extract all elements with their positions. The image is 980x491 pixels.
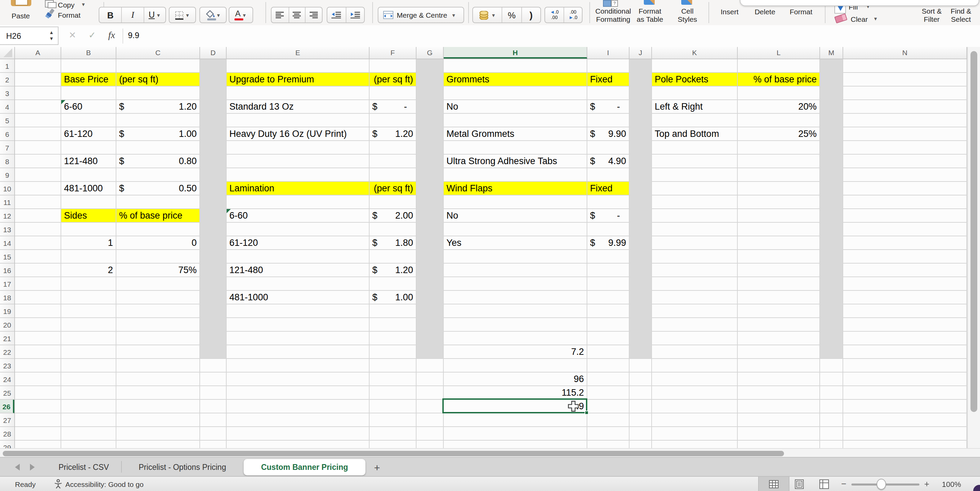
column-header-F[interactable]: F (369, 47, 417, 59)
row-header-13[interactable]: 13 (0, 223, 14, 236)
borders-button[interactable]: ▼ (169, 8, 195, 22)
copy-button[interactable]: Copy (58, 1, 75, 9)
merge-caret-icon[interactable]: ▼ (451, 13, 456, 18)
currency-caret-icon[interactable]: ▼ (491, 13, 496, 18)
column-header-J[interactable]: J (630, 47, 652, 59)
clear-button[interactable]: Clear (851, 15, 868, 23)
cell-F6[interactable]: $1.20 (369, 128, 417, 141)
cell-I8[interactable]: $4.90 (587, 155, 630, 168)
column-header-E[interactable]: E (227, 47, 369, 59)
conditional-formatting-button[interactable]: ConditionalFormatting (595, 8, 631, 23)
cell-C2[interactable]: (per sq ft) (116, 73, 200, 86)
tab-pricelist-options-pricing[interactable]: Pricelist - Options Pricing (129, 458, 235, 477)
format-painter-button[interactable]: Format (58, 11, 81, 19)
cell-B8[interactable]: 121-480 (61, 155, 116, 168)
cell-E14[interactable]: 61-120 (227, 236, 369, 250)
format-button[interactable]: Format (790, 8, 813, 16)
underline-button[interactable]: U▼ (143, 8, 165, 22)
cell-E12[interactable]: 6-60 (227, 209, 369, 223)
cell-B10[interactable]: 481-1000 (61, 182, 116, 195)
row-header-8[interactable]: 8 (0, 155, 14, 168)
column-header-L[interactable]: L (738, 47, 820, 59)
insert-function-icon[interactable]: fx (108, 30, 115, 41)
row-header-18[interactable]: 18 (0, 291, 14, 304)
cell-I6[interactable]: $9.90 (587, 128, 630, 141)
row-header-29[interactable]: 29 (0, 441, 14, 448)
cell-C12[interactable]: % of base price (116, 209, 200, 223)
cell-H25[interactable]: 115.2 (444, 386, 587, 400)
cell-C4[interactable]: $1.20 (116, 100, 200, 114)
column-header-C[interactable]: C (116, 47, 200, 59)
cell-I4[interactable]: $- (587, 100, 630, 114)
cell-C10[interactable]: $0.50 (116, 182, 200, 195)
find-select-button[interactable]: Find &Select (951, 8, 972, 23)
name-box-stepper[interactable]: ▲▼ (49, 29, 54, 41)
row-header-17[interactable]: 17 (0, 277, 14, 291)
row-header-15[interactable]: 15 (0, 250, 14, 263)
row-header-2[interactable]: 2 (0, 73, 14, 86)
row-header-3[interactable]: 3 (0, 86, 14, 100)
cell-K6[interactable]: Top and Bottom (652, 128, 738, 141)
align-center-button[interactable] (288, 8, 305, 22)
currency-format-button[interactable]: ▼ (473, 8, 501, 22)
cell-E10[interactable]: Lamination (227, 182, 369, 195)
decrease-indent-button[interactable] (327, 8, 346, 22)
cell-H4[interactable]: No (444, 100, 587, 114)
row-header-23[interactable]: 23 (0, 359, 14, 373)
sort-filter-button[interactable]: Sort &Filter (922, 8, 942, 23)
cell-B2[interactable]: Base Price (61, 73, 116, 86)
delete-button[interactable]: Delete (755, 8, 775, 16)
row-header-1[interactable]: 1 (0, 59, 14, 73)
borders-caret-icon[interactable]: ▼ (185, 13, 190, 18)
zoom-in-button[interactable]: + (924, 478, 929, 489)
row-header-5[interactable]: 5 (0, 114, 14, 128)
cell-H12[interactable]: No (444, 209, 587, 223)
cell-styles-button[interactable]: CellStyles (678, 8, 697, 23)
row-header-19[interactable]: 19 (0, 304, 14, 318)
font-color-button[interactable]: A ▼ (229, 8, 253, 22)
confirm-icon[interactable]: ✓ (89, 30, 96, 40)
fill-handle[interactable] (585, 411, 589, 415)
increase-decimal-button[interactable]: ◄.0 .00 (545, 8, 563, 22)
column-header-H[interactable]: H (444, 47, 587, 59)
column-header-B[interactable]: B (61, 47, 116, 59)
row-header-21[interactable]: 21 (0, 332, 14, 345)
clear-caret-icon[interactable]: ▼ (873, 16, 878, 21)
row-header-7[interactable]: 7 (0, 141, 14, 155)
select-all-corner[interactable] (0, 47, 15, 59)
row-header-20[interactable]: 20 (0, 318, 14, 332)
row-header-24[interactable]: 24 (0, 373, 14, 386)
row-header-25[interactable]: 25 (0, 386, 14, 400)
cell-B12[interactable]: Sides (61, 209, 116, 223)
cell-F16[interactable]: $1.20 (369, 263, 417, 277)
align-right-button[interactable] (305, 8, 322, 22)
copy-caret-icon[interactable]: ▼ (81, 2, 86, 7)
normal-view-button[interactable] (758, 477, 789, 491)
align-left-button[interactable] (272, 8, 288, 22)
cell-H22[interactable]: 7.2 (444, 345, 587, 359)
add-sheet-button[interactable]: + (370, 458, 384, 477)
bold-button[interactable]: B (99, 8, 121, 22)
cell-I14[interactable]: $9.99 (587, 236, 630, 250)
column-header-M[interactable]: M (820, 47, 843, 59)
cell-H8[interactable]: Ultra Strong Adhesive Tabs (444, 155, 587, 168)
column-header-A[interactable]: A (15, 47, 61, 59)
row-header-14[interactable]: 14 (0, 236, 14, 250)
cell-I10[interactable]: Fixed (587, 182, 630, 195)
row-header-4[interactable]: 4 (0, 100, 14, 114)
insert-button[interactable]: Insert (721, 8, 739, 16)
row-header-26[interactable]: 26 (0, 400, 14, 413)
cell-E16[interactable]: 121-480 (227, 263, 369, 277)
cell-I12[interactable]: $- (587, 209, 630, 223)
cell-E6[interactable]: Heavy Duty 16 Oz (UV Print) (227, 128, 369, 141)
stepper-down-icon[interactable]: ▼ (49, 35, 54, 41)
zoom-slider-knob[interactable] (877, 478, 886, 489)
tab-pricelist-csv[interactable]: Pricelist - CSV (53, 458, 115, 477)
page-break-view-icon[interactable] (819, 480, 829, 489)
cell-L4[interactable]: 20% (738, 100, 820, 114)
cancel-icon[interactable]: ✕ (69, 30, 76, 40)
merge-center-button[interactable]: Merge & Centre ▼ (379, 8, 463, 22)
row-header-28[interactable]: 28 (0, 427, 14, 441)
zoom-level[interactable]: 100% (942, 480, 961, 488)
cell-B6[interactable]: 61-120 (61, 128, 116, 141)
